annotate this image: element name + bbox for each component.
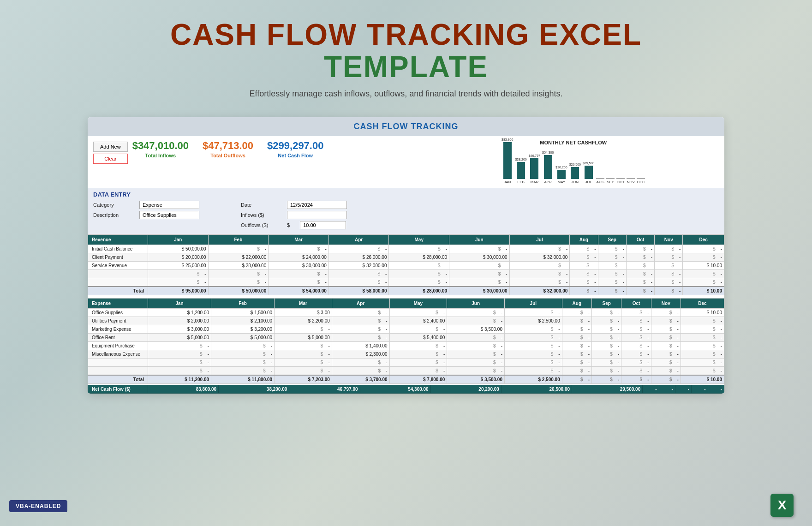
expense-cell: $ - (562, 333, 591, 341)
clear-button[interactable]: Clear (93, 154, 128, 164)
expense-cell: $ - (681, 317, 724, 325)
category-input[interactable] (139, 201, 199, 209)
revenue-cell: $ 32,000.00 (509, 253, 570, 261)
revenue-cell: $ - (389, 278, 449, 287)
chart-bar-group: NOV (627, 177, 635, 184)
chart-bar-month-label: AUG (597, 180, 604, 184)
chart-bar-group: $54,300APR (542, 151, 554, 184)
title-line2: TEMPLATE (0, 51, 812, 83)
expense-cell: $ 2,400.00 (389, 317, 447, 325)
feb-header: Feb (208, 234, 269, 245)
date-label: Date (241, 202, 278, 208)
expense-cell: $ 2,200.00 (275, 317, 332, 325)
ncf-apr: 54,300.00 (360, 385, 430, 393)
outflows-input[interactable] (300, 221, 346, 229)
chart-bar-month-label: MAR (530, 180, 538, 184)
revenue-cell: $ - (148, 269, 209, 278)
expense-cell: $ - (621, 333, 651, 341)
revenue-col-header: Revenue (88, 234, 148, 245)
revenue-cell: $ 28,000.00 (389, 287, 449, 295)
jun-header: Jun (449, 234, 510, 245)
net-cashflow-label: Net Cash Flow ($) (88, 385, 148, 393)
ncf-nov: - (692, 385, 708, 393)
expense-cell: $ - (332, 317, 389, 325)
apr-header: Apr (328, 234, 389, 245)
feb-header-exp: Feb (211, 298, 275, 308)
total-outflows-value: $47,713.00 (203, 140, 253, 152)
expense-category-cell: Office Supplies (88, 308, 148, 317)
outflows-label: Outflows ($) (241, 222, 278, 228)
ncf-jul: 29,500.00 (572, 385, 643, 393)
expense-cell: $ - (621, 358, 651, 366)
expense-cell: $ 3,500.00 (447, 375, 505, 384)
revenue-cell: $ - (626, 278, 654, 287)
expense-cell: $ 2,500.00 (504, 317, 562, 325)
expense-cell: $ - (148, 358, 211, 366)
revenue-cell: $ 58,000.00 (328, 287, 389, 295)
chart-bar (585, 166, 593, 179)
oct-header-exp: Oct (621, 298, 651, 308)
ncf-feb: 38,200.00 (219, 385, 289, 393)
date-input[interactable] (287, 201, 347, 209)
revenue-cell: $ 10.00 (683, 261, 724, 269)
chart-bar-value-label: $46,797 (529, 154, 540, 157)
expense-cell: $ - (621, 375, 651, 384)
ncf-jun: 26,500.00 (501, 385, 572, 393)
chart-bar-group: $20,200MAY (555, 166, 567, 184)
jul-header: Jul (509, 234, 570, 245)
chart-section: MONTHLY NET CASHFLOW $83,800JAN$38,200FE… (428, 140, 719, 184)
expense-cell: $ - (211, 341, 275, 350)
expense-cell: $ 5,000.00 (148, 333, 211, 341)
revenue-cell: $ 30,000.00 (449, 253, 510, 261)
button-group: Add New Clear (93, 142, 128, 164)
table-row: Office Rent$ 5,000.00$ 5,000.00$ 5,000.0… (88, 333, 724, 341)
revenue-category-cell: Client Payment (88, 253, 148, 261)
expense-cell: $ - (275, 341, 332, 350)
expense-cell: $ 7,800.00 (389, 375, 447, 384)
expense-cell: $ - (562, 350, 591, 358)
table-row: Total$ 95,000.00$ 50,000.00$ 54,000.00$ … (88, 287, 724, 295)
chart-bar-month-label: SEP (607, 180, 614, 184)
revenue-cell: $ - (626, 245, 654, 253)
expense-cell: $ 1,400.00 (332, 341, 389, 350)
revenue-cell: $ 28,000.00 (389, 253, 449, 261)
expense-cell: $ 3,000.00 (148, 325, 211, 333)
expense-cell: $ - (651, 325, 681, 333)
oct-header: Oct (626, 234, 654, 245)
chart-bar-group: $38,200FEB (515, 158, 526, 184)
expense-cell: $ - (592, 325, 621, 333)
expense-cell: $ - (592, 341, 621, 350)
ncf-oct: - (675, 385, 691, 393)
expense-cell: $ - (592, 333, 621, 341)
expense-cell: $ - (275, 358, 332, 366)
table-row: Service Revenue$ 25,000.00$ 28,000.00$ 3… (88, 261, 724, 269)
chart-bar (596, 178, 604, 179)
table-row: $ - $ - $ - $ - $ - $ - $ - $ - $ - $ - … (88, 269, 724, 278)
revenue-cell: $ 95,000.00 (148, 287, 209, 295)
expense-cell: $ - (562, 325, 591, 333)
expense-cell: $ - (562, 317, 591, 325)
revenue-cell: $ - (570, 253, 598, 261)
chart-bar (571, 167, 579, 179)
net-cashflow-table: Net Cash Flow ($) 83,800.00 38,200.00 46… (88, 385, 724, 394)
revenue-cell: $ 30,000.00 (269, 261, 329, 269)
expense-cell: $ 5,400.00 (389, 333, 447, 341)
expense-cell: $ - (389, 308, 447, 317)
revenue-cell: $ - (148, 278, 209, 287)
add-new-button[interactable]: Add New (93, 142, 128, 152)
expense-cell: $ - (332, 325, 389, 333)
revenue-cell: $ 32,000.00 (328, 261, 389, 269)
expense-cell: $ 2,300.00 (332, 350, 389, 358)
description-input[interactable] (139, 211, 199, 219)
total-inflows-item: $347,010.00 Total Inflows (132, 140, 189, 158)
chart-bar-group: SEP (606, 177, 615, 184)
expense-cell: $ - (562, 366, 591, 375)
aug-header: Aug (570, 234, 598, 245)
inflows-input[interactable] (287, 211, 347, 219)
revenue-cell: $ - (683, 253, 724, 261)
chart-bar (544, 155, 552, 179)
revenue-cell: $ - (328, 269, 389, 278)
may-header: May (389, 234, 449, 245)
expense-category-cell: Utilities Payment (88, 317, 148, 325)
chart-bar-group: $83,800JAN (502, 138, 513, 184)
